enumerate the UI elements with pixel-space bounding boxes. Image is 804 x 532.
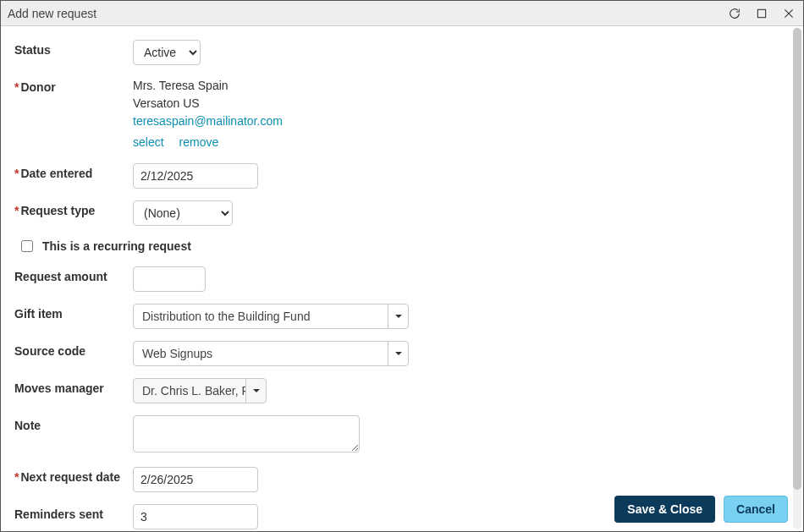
gift-item-combo[interactable]: Distribution to the Building Fund xyxy=(133,304,409,329)
donor-email-link[interactable]: teresaspain@mailinator.com xyxy=(133,112,778,130)
reminders-sent-input[interactable] xyxy=(133,504,258,529)
request-amount-label: Request amount xyxy=(14,266,133,283)
dialog-window: Add new request Status Active xyxy=(0,0,804,532)
status-label: Status xyxy=(14,40,133,57)
form-area: Status Active Donor Mrs. Teresa Spain Ve… xyxy=(1,26,791,531)
scrollbar-thumb[interactable] xyxy=(793,28,801,490)
source-code-value: Web Signups xyxy=(134,342,388,365)
title-bar: Add new request xyxy=(1,1,803,26)
note-label: Note xyxy=(14,415,133,432)
donor-name: Mrs. Teresa Spain xyxy=(133,77,778,95)
cancel-button[interactable]: Cancel xyxy=(724,496,788,523)
maximize-icon[interactable] xyxy=(754,6,769,21)
close-icon[interactable] xyxy=(781,6,796,21)
source-code-label: Source code xyxy=(14,341,133,358)
chevron-down-icon[interactable] xyxy=(245,379,266,403)
moves-manager-label: Moves manager xyxy=(14,378,133,395)
window-title: Add new request xyxy=(8,7,727,20)
button-bar: Save & Close Cancel xyxy=(614,496,788,523)
request-amount-input[interactable] xyxy=(133,266,206,292)
chevron-down-icon[interactable] xyxy=(388,342,408,365)
window-controls xyxy=(727,6,796,21)
next-request-date-label: Next request date xyxy=(14,467,133,484)
status-select[interactable]: Active xyxy=(133,40,201,65)
date-entered-input[interactable] xyxy=(134,164,258,188)
scrollbar[interactable] xyxy=(793,28,801,529)
dialog-body: Status Active Donor Mrs. Teresa Spain Ve… xyxy=(1,26,803,531)
next-request-date-input[interactable] xyxy=(134,468,258,491)
reminders-sent-label: Reminders sent xyxy=(14,504,133,521)
request-type-select[interactable]: (None) xyxy=(133,200,233,226)
donor-label: Donor xyxy=(14,77,133,94)
donor-remove-action[interactable]: remove xyxy=(179,134,219,151)
date-entered-label: Date entered xyxy=(14,163,133,180)
gift-item-value: Distribution to the Building Fund xyxy=(134,304,388,328)
donor-org: Versaton US xyxy=(133,95,778,112)
note-textarea[interactable] xyxy=(133,415,360,452)
source-code-combo[interactable]: Web Signups xyxy=(133,341,409,366)
next-request-date-field[interactable] xyxy=(133,467,258,492)
moves-manager-combo[interactable]: Dr. Chris L. Baker, PhD xyxy=(133,378,267,403)
moves-manager-value: Dr. Chris L. Baker, PhD xyxy=(134,379,245,403)
date-entered-field[interactable] xyxy=(133,163,258,189)
request-type-label: Request type xyxy=(14,200,133,217)
recurring-checkbox[interactable] xyxy=(21,240,33,252)
refresh-icon[interactable] xyxy=(727,6,742,21)
chevron-down-icon[interactable] xyxy=(388,304,408,328)
donor-select-action[interactable]: select xyxy=(133,134,164,151)
svg-rect-0 xyxy=(757,9,765,17)
donor-block: Mrs. Teresa Spain Versaton US teresaspai… xyxy=(133,77,778,151)
gift-item-label: Gift item xyxy=(14,304,133,321)
recurring-label: This is a recurring request xyxy=(42,239,191,253)
save-close-button[interactable]: Save & Close xyxy=(614,496,715,523)
